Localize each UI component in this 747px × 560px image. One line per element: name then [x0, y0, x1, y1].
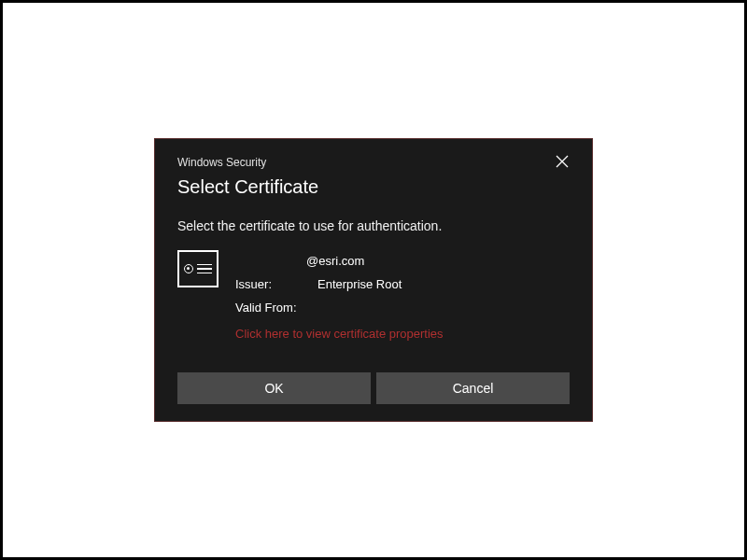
- certificate-details: @esri.com Issuer: Enterprise Root Valid …: [235, 250, 570, 346]
- certificate-dialog: Windows Security Select Certificate Sele…: [154, 138, 593, 422]
- dialog-title: Select Certificate: [177, 176, 570, 198]
- certificate-icon: [177, 250, 218, 287]
- issuer-value: Enterprise Root: [317, 273, 402, 297]
- ok-button[interactable]: OK: [177, 372, 371, 404]
- close-button[interactable]: [555, 154, 570, 169]
- cancel-button[interactable]: Cancel: [376, 372, 570, 404]
- instruction-text: Select the certificate to use for authen…: [177, 218, 570, 233]
- close-icon: [556, 155, 569, 168]
- certificate-subject: @esri.com: [235, 250, 570, 273]
- certificate-item[interactable]: @esri.com Issuer: Enterprise Root Valid …: [177, 250, 570, 346]
- app-title: Windows Security: [177, 156, 266, 169]
- valid-from-label: Valid From:: [235, 297, 301, 320]
- dialog-header: Windows Security: [177, 156, 570, 169]
- view-properties-link[interactable]: Click here to view certificate propertie…: [235, 323, 570, 346]
- button-row: OK Cancel: [177, 372, 570, 404]
- issuer-label: Issuer:: [235, 273, 301, 297]
